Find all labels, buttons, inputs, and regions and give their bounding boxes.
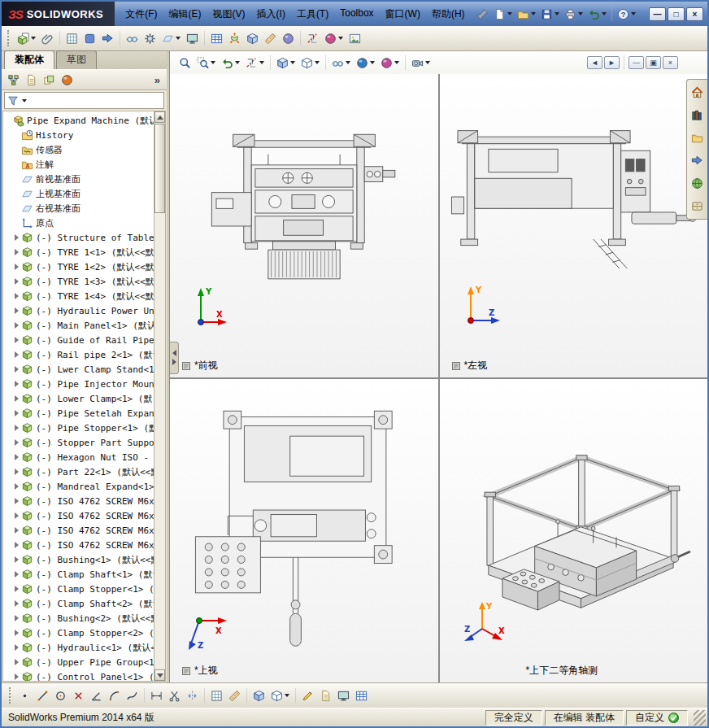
expand-arrow-icon[interactable]	[15, 410, 19, 416]
show-hidden-components-icon[interactable]	[124, 30, 141, 47]
expand-arrow-icon[interactable]	[15, 483, 19, 490]
tree-item-34[interactable]: (-) Bushing<2> (默认<<默	[5, 611, 154, 626]
appearance-icon[interactable]	[322, 30, 346, 47]
tree-item-21[interactable]: (-) Pipe Stopper<1> (默	[5, 421, 154, 435]
set-square-icon[interactable]	[226, 687, 243, 704]
tree-item-11[interactable]: (-) TYRE 1<3> (默认<<默	[5, 274, 154, 289]
expand-arrow-icon[interactable]	[15, 659, 19, 665]
smart-dimension-icon[interactable]	[88, 687, 105, 704]
expand-arrow-icon[interactable]	[15, 498, 19, 504]
doc-close-button[interactable]: ×	[663, 56, 678, 69]
minimize-button[interactable]: —	[649, 7, 666, 21]
sheet-properties-icon[interactable]	[317, 687, 334, 704]
expand-arrow-icon[interactable]	[15, 469, 19, 475]
tree-item-33[interactable]: (-) Clamp Shaft<2> (默认	[5, 596, 154, 611]
tree-item-13[interactable]: (-) Hydraulic Power Uni	[5, 303, 154, 318]
trim-entities-icon[interactable]	[166, 687, 183, 704]
tree-item-37[interactable]: (-) Upper Pipe Group<1>	[5, 655, 154, 669]
scroll-down-button[interactable]	[154, 669, 165, 681]
design-table-icon[interactable]	[353, 687, 370, 704]
scroll-up-button[interactable]	[154, 111, 165, 123]
tree-item-17[interactable]: (-) Lwer Clamp Stand<1>	[5, 362, 154, 377]
solidworks-resources-icon[interactable]	[689, 84, 706, 101]
reference-geometry-icon[interactable]	[159, 30, 183, 47]
expand-arrow-icon[interactable]	[15, 527, 19, 534]
display-style-icon[interactable]	[298, 54, 322, 72]
tree-item-35[interactable]: (-) Clamp Stopper<2> (默	[5, 626, 154, 640]
tab-assembly[interactable]: 装配体	[4, 50, 54, 69]
expand-arrow-icon[interactable]	[15, 630, 19, 636]
expand-arrow-icon[interactable]	[15, 337, 19, 343]
tree-item-19[interactable]: (-) Lower Clamp<1> (默	[5, 391, 154, 406]
view-palette-icon[interactable]	[689, 152, 706, 169]
print-icon[interactable]	[562, 6, 585, 23]
doc-restore-button[interactable]: ▣	[646, 56, 661, 69]
tree-item-26[interactable]: (-) ISO 4762 SCREW M6x1	[5, 494, 154, 508]
expand-arrow-icon[interactable]	[15, 366, 19, 373]
tree-item-16[interactable]: (-) Rail pipe 2<1> (默认	[5, 347, 154, 362]
sketch-circle-icon[interactable]	[52, 687, 69, 704]
bill-of-materials-icon[interactable]	[208, 30, 225, 47]
expand-arrow-icon[interactable]	[15, 600, 19, 607]
tree-item-2[interactable]: 传感器	[5, 142, 154, 157]
menu-toolbox[interactable]: Toolbox	[334, 5, 379, 24]
toolbar-grip[interactable]	[7, 30, 10, 46]
panel-collapse-handle[interactable]	[170, 342, 179, 374]
expand-arrow-icon[interactable]	[15, 512, 19, 519]
tree-item-7[interactable]: 原点	[5, 216, 154, 230]
expand-arrow-icon[interactable]	[15, 322, 19, 329]
file-explorer-icon[interactable]	[689, 129, 706, 146]
menu-tools[interactable]: 工具(T)	[291, 5, 334, 24]
scroll-thumb[interactable]	[154, 124, 165, 213]
zoom-area-icon[interactable]	[194, 54, 218, 72]
appearances-scenes-icon[interactable]	[689, 175, 706, 192]
filter-bar[interactable]	[4, 92, 164, 109]
toolbar-grip[interactable]	[9, 687, 11, 704]
pin-menubar-icon[interactable]	[474, 6, 491, 23]
tree-item-23[interactable]: (-) Hexagon Nut ISO - 4	[5, 450, 154, 464]
move-component-icon[interactable]	[99, 30, 116, 47]
mirror-entities-icon[interactable]	[184, 687, 201, 704]
tree-item-5[interactable]: 上视基准面	[5, 186, 154, 201]
tree-item-22[interactable]: (-) Stopper Part Suppor	[5, 435, 154, 450]
tree-item-25[interactable]: (-) Mandreal Expand<1>	[5, 479, 154, 494]
apply-scene-icon[interactable]	[378, 54, 402, 72]
tree-item-32[interactable]: (-) Clamp Stopper<1> (默	[5, 582, 154, 596]
expand-arrow-icon[interactable]	[15, 234, 19, 241]
tree-item-9[interactable]: (-) TYRE 1<1> (默认<<默	[5, 245, 154, 259]
open-document-icon[interactable]	[515, 6, 538, 23]
tree-item-36[interactable]: (-) Hydraulic<1> (默认<	[5, 640, 154, 655]
section-properties-icon[interactable]	[304, 30, 321, 47]
sketch-arc-icon[interactable]	[106, 687, 123, 704]
expand-arrow-icon[interactable]	[15, 351, 19, 358]
menu-view[interactable]: 视图(V)	[207, 5, 251, 24]
isometric-view-icon[interactable]	[250, 687, 268, 704]
menu-help[interactable]: 帮助(H)	[426, 5, 471, 24]
undo-icon[interactable]	[585, 6, 609, 23]
new-document-icon[interactable]	[491, 6, 515, 23]
tree-item-0[interactable]: Pipe Expand Machine (默认	[5, 113, 154, 128]
tree-item-20[interactable]: (-) Pipe Setelah Expand	[5, 406, 154, 421]
expand-arrow-icon[interactable]	[15, 278, 19, 285]
edit-sketch-icon[interactable]	[299, 687, 316, 704]
tree-item-3[interactable]: A注解	[5, 157, 154, 172]
menu-window[interactable]: 窗口(W)	[380, 5, 426, 24]
expand-pane-chevron[interactable]: »	[151, 74, 163, 86]
expand-arrow-icon[interactable]	[15, 395, 19, 402]
resize-grip[interactable]	[694, 710, 706, 726]
new-motion-study-icon[interactable]	[184, 30, 201, 47]
configurationmanager-icon[interactable]	[41, 72, 58, 89]
sketch-line-icon[interactable]	[34, 687, 51, 704]
expand-arrow-icon[interactable]	[15, 381, 19, 387]
expand-arrow-icon[interactable]	[15, 586, 19, 592]
tree-item-14[interactable]: (-) Main Panel<1> (默认	[5, 318, 154, 333]
erase-icon[interactable]	[70, 687, 87, 704]
tree-item-8[interactable]: (-) Structure of Table<	[5, 230, 154, 245]
doc-next-view-button[interactable]: ►	[604, 56, 620, 69]
tree-item-38[interactable]: (-) Control Panel<1> (	[5, 669, 154, 681]
tree-item-1[interactable]: History	[5, 128, 154, 142]
hide-show-items-icon[interactable]	[329, 54, 353, 72]
expand-arrow-icon[interactable]	[15, 439, 19, 446]
fullscreen-icon[interactable]	[335, 687, 352, 704]
expand-arrow-icon[interactable]	[15, 556, 19, 563]
